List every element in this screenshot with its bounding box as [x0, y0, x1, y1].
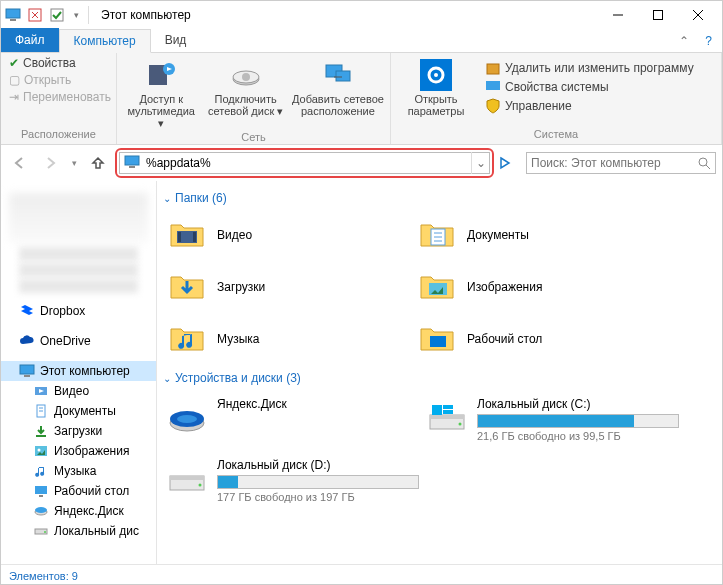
svg-rect-55 — [443, 410, 453, 414]
folder-desktop[interactable]: Рабочий стол — [413, 313, 663, 365]
folder-desktop-icon — [417, 319, 457, 359]
open-settings-button[interactable]: Открыть параметры — [397, 55, 475, 117]
map-drive-button[interactable]: Подключить сетевой диск ▾ — [207, 55, 283, 129]
svg-rect-54 — [443, 405, 453, 409]
rename-button[interactable]: ⇥Переименовать — [7, 89, 110, 105]
ydisk-large-icon — [167, 397, 207, 437]
drive-ydisk[interactable]: Яндекс.Диск — [163, 389, 423, 450]
tab-file[interactable]: Файл — [1, 28, 59, 52]
media-access-button[interactable]: Доступ к мультимедиа ▾ — [123, 55, 199, 129]
folder-music[interactable]: Музыка — [163, 313, 413, 365]
section-drives[interactable]: ⌄Устройства и диски (3) — [163, 365, 710, 389]
search-input[interactable] — [531, 156, 698, 170]
download-icon — [33, 423, 49, 439]
uninstall-button[interactable]: Удалить или изменить программу — [483, 59, 696, 77]
folder-docs-icon — [417, 215, 457, 255]
check-qat-icon[interactable] — [49, 7, 65, 23]
drive-c[interactable]: Локальный диск (C:) 21,6 ГБ свободно из … — [423, 389, 683, 450]
titlebar: ▾ Этот компьютер — [1, 1, 722, 29]
tree-localc[interactable]: Локальный дис — [1, 521, 156, 541]
svg-rect-23 — [20, 365, 34, 374]
tree-music[interactable]: Музыка — [1, 461, 156, 481]
svg-point-52 — [459, 423, 462, 426]
address-highlight: ⌄ — [115, 148, 494, 178]
folder-video[interactable]: Видео — [163, 209, 413, 261]
svg-rect-33 — [39, 495, 43, 497]
manage-button[interactable]: Управление — [483, 97, 696, 115]
section-folders[interactable]: ⌄Папки (6) — [163, 185, 710, 209]
rename-icon: ⇥ — [9, 90, 19, 104]
tree-ydisk[interactable]: Яндекс.Диск — [1, 501, 156, 521]
svg-rect-46 — [430, 336, 446, 347]
tree-blurred-item — [19, 263, 138, 277]
pc-icon — [19, 363, 35, 379]
folder-pictures[interactable]: Изображения — [413, 261, 663, 313]
group-system-label: Система — [397, 126, 715, 142]
address-dropdown-icon[interactable]: ⌄ — [471, 152, 489, 174]
qat-dropdown-icon[interactable]: ▾ — [71, 10, 82, 20]
svg-point-35 — [35, 507, 47, 513]
tree-downloads[interactable]: Загрузки — [1, 421, 156, 441]
address-input[interactable] — [146, 156, 471, 170]
svg-point-49 — [177, 415, 197, 423]
tree-pictures[interactable]: Изображения — [1, 441, 156, 461]
recent-dropdown-icon[interactable]: ▾ — [67, 150, 81, 176]
maximize-button[interactable] — [638, 1, 678, 29]
forward-button[interactable] — [37, 150, 63, 176]
svg-rect-24 — [24, 375, 30, 377]
svg-rect-5 — [654, 11, 663, 20]
minimize-button[interactable] — [598, 1, 638, 29]
folder-downloads[interactable]: Загрузки — [163, 261, 413, 313]
close-button[interactable] — [678, 1, 718, 29]
drive-c-icon — [427, 397, 467, 437]
ribbon-collapse-icon[interactable]: ⌃ — [673, 30, 695, 52]
svg-rect-18 — [486, 81, 500, 90]
pc-icon — [124, 154, 142, 172]
address-input-wrap[interactable]: ⌄ — [119, 152, 490, 174]
tree-onedrive[interactable]: OneDrive — [1, 331, 156, 351]
svg-rect-32 — [35, 486, 47, 494]
tree-dropbox[interactable]: Dropbox — [1, 301, 156, 321]
music-icon — [33, 463, 49, 479]
props-button[interactable]: ✔Свойства — [7, 55, 110, 71]
nav-tree[interactable]: Dropbox OneDrive Этот компьютер Видео До… — [1, 181, 157, 564]
tab-computer[interactable]: Компьютер — [59, 29, 151, 53]
status-bar: Элементов: 9 — [1, 564, 722, 585]
folder-pictures-icon — [417, 267, 457, 307]
help-icon[interactable]: ? — [695, 30, 722, 52]
svg-rect-19 — [125, 156, 139, 165]
drive-d[interactable]: Локальный диск (D:) 177 ГБ свободно из 1… — [163, 450, 423, 511]
ydisk-icon — [33, 503, 49, 519]
picture-icon — [33, 443, 49, 459]
up-button[interactable] — [85, 150, 111, 176]
go-button[interactable] — [498, 156, 522, 170]
folder-downloads-icon — [167, 267, 207, 307]
netdrive-icon — [230, 59, 262, 91]
status-count: Элементов: 9 — [9, 570, 78, 582]
back-button[interactable] — [7, 150, 33, 176]
desktop-icon — [33, 483, 49, 499]
props-qat-icon[interactable] — [27, 7, 43, 23]
svg-point-21 — [699, 158, 707, 166]
tree-video[interactable]: Видео — [1, 381, 156, 401]
monitor-icon — [5, 7, 21, 23]
search-box[interactable] — [526, 152, 716, 174]
open-button[interactable]: ▢Открыть — [7, 72, 110, 88]
tree-docs[interactable]: Документы — [1, 401, 156, 421]
sysprops-button[interactable]: Свойства системы — [483, 78, 696, 96]
group-location-label: Расположение — [7, 126, 110, 142]
folder-docs[interactable]: Документы — [413, 209, 663, 261]
tree-desktop[interactable]: Рабочий стол — [1, 481, 156, 501]
tab-view[interactable]: Вид — [151, 28, 201, 52]
svg-rect-3 — [51, 9, 63, 21]
svg-rect-39 — [178, 232, 181, 242]
chevron-down-icon: ⌄ — [163, 373, 171, 384]
search-icon — [698, 157, 711, 170]
add-netloc-button[interactable]: Добавить сетевое расположение — [292, 55, 384, 129]
tree-thispc[interactable]: Этот компьютер — [1, 361, 156, 381]
svg-rect-0 — [6, 9, 20, 18]
tree-blurred-item — [9, 193, 148, 243]
content-pane[interactable]: ⌄Папки (6) Видео Документы Загрузки Изоб… — [157, 181, 722, 564]
window-title: Этот компьютер — [95, 8, 598, 22]
svg-point-10 — [242, 73, 250, 81]
